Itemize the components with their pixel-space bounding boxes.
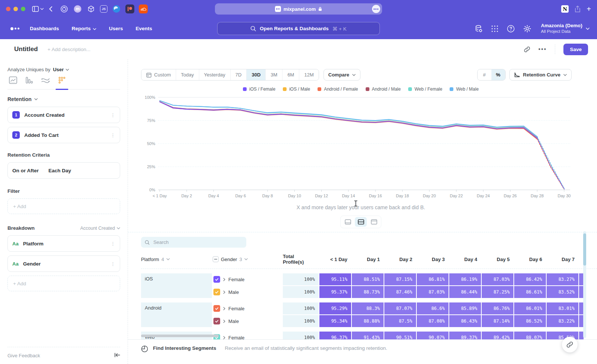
retention-cell[interactable]: 87.03% [482, 273, 513, 285]
column-header-day-2[interactable]: Day 2 [384, 257, 416, 262]
share-link-floating-button[interactable] [562, 337, 578, 352]
retention-cell[interactable]: 95.37% [319, 286, 351, 298]
notion-tab-icon[interactable]: N [561, 5, 569, 13]
retention-criteria-control[interactable]: On or After Each Day [7, 162, 120, 179]
breakdown-scope-dropdown[interactable]: Account Created [80, 226, 120, 231]
retention-step-2[interactable]: 2Added To Cart⋮ [7, 127, 120, 143]
column-header-gender[interactable]: Gender3 [213, 256, 282, 262]
nav-item-dashboards[interactable]: Dashboards [30, 26, 59, 31]
find-segments-bar[interactable]: Find Interesting Segments Receive an ema… [128, 339, 597, 364]
range-12m[interactable]: 12M [299, 69, 318, 80]
settings-gear-icon[interactable] [523, 25, 531, 33]
column-header-day-7[interactable]: Day 7 [547, 257, 578, 262]
collapse-sidebar-icon[interactable] [115, 353, 120, 358]
chevron-right-icon[interactable] [223, 278, 225, 281]
chevron-right-icon[interactable] [223, 320, 225, 323]
retention-cell[interactable]: 86.52% [514, 315, 546, 327]
address-bar[interactable]: mixpanel.com ••• [215, 3, 382, 15]
gender-row-male[interactable]: Male [213, 315, 282, 327]
gender-row-male[interactable]: Male [213, 286, 282, 298]
back-button[interactable] [49, 6, 52, 12]
series-line-dashed-web-male[interactable] [537, 136, 564, 188]
chevron-down-icon[interactable] [34, 98, 38, 100]
range-3m[interactable]: 3M [266, 69, 282, 80]
retention-cell[interactable]: 88.88% [352, 315, 384, 327]
layout-table-only-button[interactable] [368, 217, 380, 227]
scrollbar-thumb[interactable] [583, 233, 586, 266]
nav-item-reports[interactable]: Reports [72, 26, 96, 31]
nav-item-events[interactable]: Events [136, 26, 152, 31]
column-header-day-4[interactable]: Day 4 [449, 257, 481, 262]
range-30d[interactable]: 30D [247, 69, 266, 80]
table-vertical-scrollbar[interactable] [583, 231, 586, 338]
mode-percent[interactable]: % [491, 69, 505, 80]
cube-extension-icon[interactable] [87, 4, 96, 13]
retention-cell[interactable]: 87.03% [417, 286, 448, 298]
new-tab-button[interactable]: + [587, 5, 591, 13]
retention-cell[interactable]: 87.07% [384, 302, 416, 314]
column-header-day-1[interactable]: Day 1 [352, 257, 384, 262]
table-search[interactable] [141, 237, 246, 248]
zoom-window-button[interactable] [21, 7, 25, 11]
retention-cell[interactable]: 87.5% [384, 315, 416, 327]
retention-cell[interactable]: 87.46% [384, 286, 416, 298]
range-6m[interactable]: 6M [282, 69, 299, 80]
chevron-right-icon[interactable] [223, 307, 225, 310]
more-options-icon[interactable]: ⋮ [110, 261, 115, 266]
add-breakdown-button[interactable]: + Add [7, 276, 120, 291]
apps-grid-icon[interactable] [491, 25, 498, 32]
gender-row-female[interactable]: Female [213, 302, 282, 314]
report-title[interactable]: Untitled [14, 46, 38, 53]
range-today[interactable]: Today [176, 69, 199, 80]
add-description-field[interactable]: + Add description... [47, 47, 90, 52]
flows-tab[interactable] [41, 77, 50, 89]
column-header-day-5[interactable]: Day 5 [482, 257, 513, 262]
column-header-day-0[interactable]: < 1 Day [319, 257, 351, 262]
retention-cell[interactable]: 88.3% [352, 302, 384, 314]
retention-cell[interactable]: 83.22% [547, 315, 578, 327]
gender-checkbox[interactable] [213, 289, 220, 295]
criteria-mode[interactable]: On or After [12, 168, 39, 173]
compare-button[interactable]: Compare [323, 69, 360, 81]
retention-cell[interactable]: 86.76% [482, 302, 513, 314]
retention-cell[interactable]: 87.25% [482, 286, 513, 298]
more-options-icon[interactable]: ⋮ [110, 241, 115, 246]
range-custom[interactable]: Custom [141, 69, 176, 80]
retention-cell[interactable]: 87.15% [384, 273, 416, 285]
column-header-platform[interactable]: Platform4 [141, 257, 212, 262]
gender-checkbox[interactable] [213, 305, 220, 312]
legend-item[interactable]: iOS / Female [243, 87, 275, 92]
retention-cell[interactable]: 86.42% [514, 273, 546, 285]
data-management-icon[interactable] [475, 25, 483, 33]
save-button[interactable]: Save [563, 44, 588, 55]
retention-cell[interactable]: 95.29% [319, 302, 351, 314]
retention-cell[interactable]: 87.14% [482, 315, 513, 327]
range-7d[interactable]: 7D [231, 69, 247, 80]
mixpanel-logo-icon[interactable] [10, 27, 19, 30]
find-segments-title[interactable]: Find Interesting Segments [153, 345, 216, 351]
analyze-entity-dropdown[interactable]: User [53, 67, 69, 72]
table-horizontal-scrollbar[interactable] [141, 335, 219, 337]
minimize-window-button[interactable] [13, 7, 18, 11]
browser-sidebar-icon[interactable] [32, 6, 44, 12]
column-header-day-6[interactable]: Day 6 [514, 257, 546, 262]
gender-row-female[interactable]: Female [213, 273, 282, 285]
nav-item-users[interactable]: Users [109, 26, 123, 31]
soundcloud-extension-icon[interactable] [139, 4, 148, 13]
retention-cell[interactable]: 86.01% [514, 302, 546, 314]
legend-item[interactable]: Android / Female [318, 87, 358, 92]
retention-line-chart[interactable]: 0%25%50%75%100%< 1 DayDay 2Day 4Day 6Day… [141, 92, 581, 201]
legend-item[interactable]: Android / Male [366, 87, 401, 92]
retention-cell[interactable]: 83.01% [547, 302, 578, 314]
more-options-icon[interactable]: ⋮ [110, 113, 115, 117]
help-icon[interactable] [507, 25, 515, 33]
column-header-total[interactable]: Total Profile(s) [283, 254, 319, 265]
layout-chart-only-button[interactable] [342, 217, 354, 227]
chart-type-dropdown[interactable]: Retention Curve [509, 69, 572, 81]
legend-item[interactable]: Web / Male [450, 87, 478, 92]
layout-split-button[interactable] [355, 217, 367, 227]
retention-cell[interactable]: 87.08% [417, 315, 448, 327]
retention-cell[interactable]: 86.6% [417, 302, 448, 314]
range-yesterday[interactable]: Yesterday [199, 69, 231, 80]
add-filter-button[interactable]: + Add [7, 198, 120, 214]
